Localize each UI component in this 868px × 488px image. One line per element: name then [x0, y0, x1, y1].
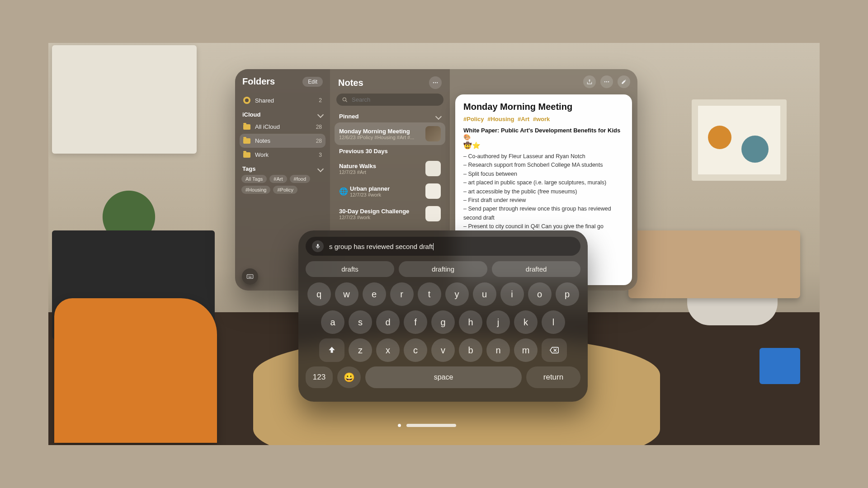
search-bar[interactable]: [336, 94, 443, 106]
shared-label: Shared: [255, 97, 274, 104]
suggestion-3[interactable]: drafted: [492, 261, 580, 277]
key-l[interactable]: l: [542, 310, 565, 334]
tag-chip[interactable]: #food: [290, 175, 311, 183]
chevron-down-icon: [317, 111, 324, 117]
suggestion-1[interactable]: drafts: [306, 261, 394, 277]
letterbox: [0, 445, 868, 488]
bullet: First draft under review: [463, 196, 624, 205]
key-v[interactable]: v: [431, 338, 455, 362]
key-c[interactable]: c: [404, 338, 427, 362]
note-item-urban[interactable]: 🌐 Urban planner 12/7/23 #work: [335, 180, 445, 202]
key-j[interactable]: j: [486, 310, 510, 334]
folder-icon: [243, 138, 250, 144]
key-shift[interactable]: [319, 338, 344, 362]
key-x[interactable]: x: [376, 338, 400, 362]
key-g[interactable]: g: [431, 310, 455, 334]
tag-chip[interactable]: #Housing: [241, 186, 270, 194]
search-input[interactable]: [352, 96, 438, 103]
folder-label: Notes: [255, 137, 270, 144]
share-button[interactable]: [583, 75, 596, 88]
editor-more-button[interactable]: [600, 75, 613, 88]
key-o[interactable]: o: [528, 282, 552, 306]
keyboard-input-row[interactable]: s group has reviewed second draft: [306, 237, 580, 256]
key-n[interactable]: n: [486, 338, 510, 362]
tag-chip[interactable]: #Policy: [273, 186, 297, 194]
note-thumbnail: [425, 161, 441, 176]
key-space[interactable]: space: [365, 366, 522, 388]
key-p[interactable]: p: [556, 282, 579, 306]
svg-point-7: [608, 81, 609, 82]
key-u[interactable]: u: [473, 282, 496, 306]
key-w[interactable]: w: [335, 282, 359, 306]
folders-title: Folders: [242, 76, 275, 87]
svg-point-6: [606, 81, 607, 82]
key-backspace[interactable]: [542, 338, 567, 362]
key-y[interactable]: y: [445, 282, 469, 306]
new-note-button[interactable]: [618, 75, 630, 88]
hashtag[interactable]: #Housing: [487, 116, 514, 122]
ellipsis-icon: [432, 80, 439, 86]
hashtag[interactable]: #Art: [518, 116, 529, 122]
svg-point-2: [437, 82, 438, 83]
folder-label: Work: [255, 151, 269, 158]
key-f[interactable]: f: [404, 310, 427, 334]
hashtag[interactable]: #Policy: [463, 116, 484, 122]
note-item-monday[interactable]: Monday Morning Meeting 12/6/23 #Policy #…: [335, 122, 445, 145]
bullet: Co-authored by Fleur Lasseur and Ryan No…: [463, 152, 624, 161]
tags-list: All Tags #Art #food #Housing #Policy: [240, 175, 326, 194]
folder-work[interactable]: Work 3: [240, 148, 326, 162]
tag-chip[interactable]: #Art: [269, 175, 287, 183]
key-h[interactable]: h: [459, 310, 482, 334]
note-item-30day[interactable]: 30-Day Design Challenge 12/7/23 #work: [335, 202, 445, 225]
tags-section[interactable]: Tags: [242, 165, 323, 172]
folder-count: 28: [316, 124, 322, 130]
hashtag[interactable]: #work: [533, 116, 550, 122]
text-cursor: [433, 243, 434, 250]
key-q[interactable]: q: [307, 282, 331, 306]
folder-all-icloud[interactable]: All iCloud 28: [240, 120, 326, 134]
folder-icon: [243, 124, 250, 130]
keyboard-handle[interactable]: [242, 268, 258, 285]
shared-folder-row[interactable]: Shared 2: [240, 93, 326, 108]
suggestion-2[interactable]: drafting: [399, 261, 487, 277]
key-numbers[interactable]: 123: [306, 366, 333, 388]
key-z[interactable]: z: [349, 338, 372, 362]
key-a[interactable]: a: [321, 310, 344, 334]
chevron-down-icon: [435, 113, 442, 119]
dock-indicator[interactable]: [398, 424, 456, 427]
bullet: art accessible by the public (free museu…: [463, 188, 624, 196]
more-button[interactable]: [429, 76, 442, 89]
svg-point-5: [604, 81, 605, 82]
key-e[interactable]: e: [363, 282, 386, 306]
tag-chip[interactable]: All Tags: [241, 175, 267, 183]
keyboard-handle-icon: [246, 272, 254, 281]
folder-notes[interactable]: Notes 28: [240, 134, 326, 148]
svg-point-9: [248, 276, 249, 277]
svg-point-10: [250, 276, 250, 277]
virtual-keyboard: s group has reviewed second draft drafts…: [298, 230, 588, 402]
icloud-section[interactable]: iCloud: [242, 111, 323, 118]
prev30-section[interactable]: Previous 30 Days: [335, 145, 445, 157]
pinned-label: Pinned: [339, 113, 359, 120]
key-return[interactable]: return: [526, 366, 580, 388]
key-d[interactable]: d: [376, 310, 400, 334]
key-emoji[interactable]: 😀: [337, 366, 361, 388]
key-m[interactable]: m: [514, 338, 538, 362]
key-b[interactable]: b: [459, 338, 482, 362]
key-s[interactable]: s: [349, 310, 372, 334]
note-item-nature[interactable]: Nature Walks 12/7/23 #Art: [335, 157, 445, 180]
search-icon: [342, 97, 348, 103]
key-k[interactable]: k: [514, 310, 538, 334]
backspace-icon: [549, 345, 559, 355]
keyboard-text-field[interactable]: s group has reviewed second draft: [329, 243, 574, 250]
svg-rect-12: [248, 277, 252, 278]
pinned-section[interactable]: Pinned: [335, 110, 445, 122]
compose-icon: [621, 79, 627, 85]
key-t[interactable]: t: [418, 282, 441, 306]
share-icon: [586, 79, 593, 85]
key-r[interactable]: r: [390, 282, 414, 306]
key-i[interactable]: i: [500, 282, 524, 306]
desk: [628, 230, 800, 298]
edit-button[interactable]: Edit: [302, 77, 323, 87]
dictation-button[interactable]: [312, 240, 324, 252]
